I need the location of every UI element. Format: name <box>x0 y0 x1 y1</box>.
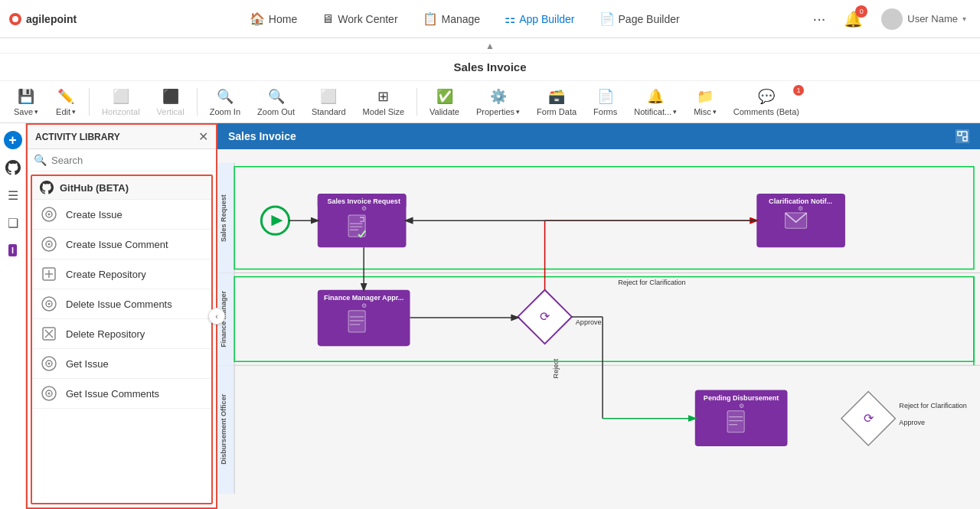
nav-appbuilder[interactable]: ⚏ App Builder <box>494 7 585 31</box>
title-bar: Sales Invoice <box>0 54 980 81</box>
github-item-delete-repository[interactable]: Delete Repository <box>32 319 211 349</box>
nav-pagebuilder[interactable]: 📄 Page Builder <box>589 7 691 31</box>
svg-text:Finance Manager Appr...: Finance Manager Appr... <box>324 294 403 302</box>
github-icon-bar[interactable] <box>2 157 24 178</box>
github-item-create-repository[interactable]: Create Repository <box>32 259 211 289</box>
svg-text:⚙: ⚙ <box>739 403 744 409</box>
nav-items: 🏠 Home 🖥 Work Center 📋 Manage ⚏ App Buil… <box>122 7 807 31</box>
collapse-bar[interactable]: ▲ <box>0 38 980 54</box>
user-menu[interactable]: User Name ▾ <box>875 5 972 33</box>
panel-search: 🔍 <box>28 149 216 171</box>
toolbar-divider-3 <box>416 88 417 116</box>
nav-workcenter-label: Work Center <box>338 13 397 25</box>
get-issue-icon <box>40 354 58 373</box>
layers-icon-bar[interactable]: ❑ <box>2 212 24 233</box>
github-title: GitHub (BETA) <box>60 182 129 194</box>
save-arrow-icon: ▾ <box>34 108 38 116</box>
svg-text:⚙: ⚙ <box>361 205 367 212</box>
search-input[interactable] <box>51 155 210 166</box>
svg-rect-55 <box>348 311 365 332</box>
horizontal-button[interactable]: ⬜ Horizontal <box>94 85 148 119</box>
canvas-content: Sales Request Finance Manager Disburseme… <box>217 149 980 507</box>
svg-text:Pending Disbursement: Pending Disbursement <box>704 394 779 402</box>
github-item-get-issue[interactable]: Get Issue <box>32 349 211 379</box>
plus-icon: + <box>4 131 22 149</box>
nav-appbuilder-label: App Builder <box>519 13 574 25</box>
vertical-button[interactable]: ⬛ Vertical <box>149 85 192 119</box>
avatar <box>881 8 903 30</box>
list-icon: ☰ <box>8 188 18 203</box>
add-activity-button[interactable]: + <box>2 129 24 151</box>
toolbar-divider-2 <box>197 88 198 116</box>
activity-library-title: ACTIVITY LIBRARY <box>35 132 120 142</box>
list-icon-bar[interactable]: ☰ <box>2 184 24 206</box>
nav-manage[interactable]: 📋 Manage <box>412 7 492 31</box>
zoom-in-icon: 🔍 <box>217 88 234 105</box>
chevron-left-icon: ‹ <box>215 312 218 321</box>
svg-text:Sales Request: Sales Request <box>220 194 227 242</box>
tag-icon-bar[interactable]: I <box>2 240 24 261</box>
svg-text:⟳: ⟳ <box>540 309 550 323</box>
notifications-button[interactable]: 🔔 0 <box>841 7 866 31</box>
left-icon-bar: + ☰ ❑ I <box>0 123 26 509</box>
github-item-get-issue-comments[interactable]: Get Issue Comments <box>32 379 211 409</box>
standard-button[interactable]: ⬜ Standard <box>304 85 354 119</box>
github-item-delete-issue-comments[interactable]: Delete Issue Comments <box>32 289 211 319</box>
github-section-header: GitHub (BETA) <box>32 176 211 200</box>
app-logo[interactable]: agilepoint <box>8 7 107 31</box>
pagebuilder-icon: 📄 <box>599 11 615 26</box>
comments-button[interactable]: 💬 Comments (Beta) 1 <box>726 85 807 119</box>
forms-icon: 📄 <box>597 88 614 105</box>
main-layout: + ☰ ❑ I ACTIVITY LIBRARY ✕ 🔍 <box>0 123 980 509</box>
svg-text:Approve: Approve <box>576 318 602 326</box>
model-size-button[interactable]: ⊞ Model Size <box>355 85 412 119</box>
github-item-create-issue-comment[interactable]: Create Issue Comment <box>32 230 211 259</box>
get-issue-comments-icon <box>40 384 58 403</box>
validate-button[interactable]: ✅ Validate <box>422 85 467 119</box>
more-button[interactable]: ··· <box>807 7 832 31</box>
get-issue-label: Get Issue <box>66 358 109 370</box>
nav-home[interactable]: 🏠 Home <box>239 7 308 31</box>
svg-text:⚙: ⚙ <box>798 205 803 212</box>
svg-rect-25 <box>963 137 967 141</box>
user-name: User Name <box>907 13 958 24</box>
nav-manage-label: Manage <box>442 13 481 25</box>
canvas-expand-button[interactable] <box>956 129 969 143</box>
misc-button[interactable]: 📁 Misc ▾ <box>686 85 724 119</box>
edit-button[interactable]: ✏️ Edit ▾ <box>47 85 84 119</box>
comments-icon: 💬 <box>758 88 775 105</box>
zoom-out-icon: 🔍 <box>268 88 285 105</box>
svg-text:Clarification Notif...: Clarification Notif... <box>769 197 832 205</box>
svg-point-1 <box>12 16 18 22</box>
forms-button[interactable]: 📄 Forms <box>586 85 625 119</box>
create-repository-icon <box>40 265 58 283</box>
panel-close-button[interactable]: ✕ <box>198 129 208 144</box>
panel-collapse-handle[interactable]: ‹ <box>208 308 225 325</box>
zoom-in-button[interactable]: 🔍 Zoom In <box>202 85 248 119</box>
delete-repository-label: Delete Repository <box>66 328 145 340</box>
horizontal-icon: ⬜ <box>113 88 129 105</box>
save-button[interactable]: 💾 Save ▾ <box>6 85 46 119</box>
notifications-toolbar-button[interactable]: 🔔 Notificat... ▾ <box>626 85 684 119</box>
svg-text:⚙: ⚙ <box>361 302 367 309</box>
nav-pagebuilder-label: Page Builder <box>619 13 680 25</box>
tag-icon: I <box>8 244 17 256</box>
canvas-header: Sales Invoice <box>217 123 980 149</box>
nav-workcenter[interactable]: 🖥 Work Center <box>311 8 408 31</box>
edit-icon: ✏️ <box>57 88 74 105</box>
canvas-area: Sales Invoice Sale <box>217 123 980 509</box>
svg-point-8 <box>48 243 51 246</box>
comments-count: 1 <box>793 85 804 96</box>
svg-rect-68 <box>727 411 744 432</box>
notifications-toolbar-icon: 🔔 <box>647 88 664 105</box>
form-data-button[interactable]: 🗃️ Form Data <box>529 85 584 119</box>
page-title: Sales Invoice <box>453 60 526 73</box>
github-section: GitHub (BETA) Create Issue <box>31 175 213 504</box>
svg-point-5 <box>48 214 51 216</box>
zoom-out-button[interactable]: 🔍 Zoom Out <box>250 85 302 119</box>
properties-button[interactable]: ⚙️ Properties ▾ <box>469 85 528 119</box>
github-item-create-issue[interactable]: Create Issue <box>32 200 211 230</box>
model-size-icon: ⊞ <box>377 88 389 105</box>
github-items: Create Issue Create Issue Comment <box>32 200 211 409</box>
workcenter-icon: 🖥 <box>322 12 334 26</box>
